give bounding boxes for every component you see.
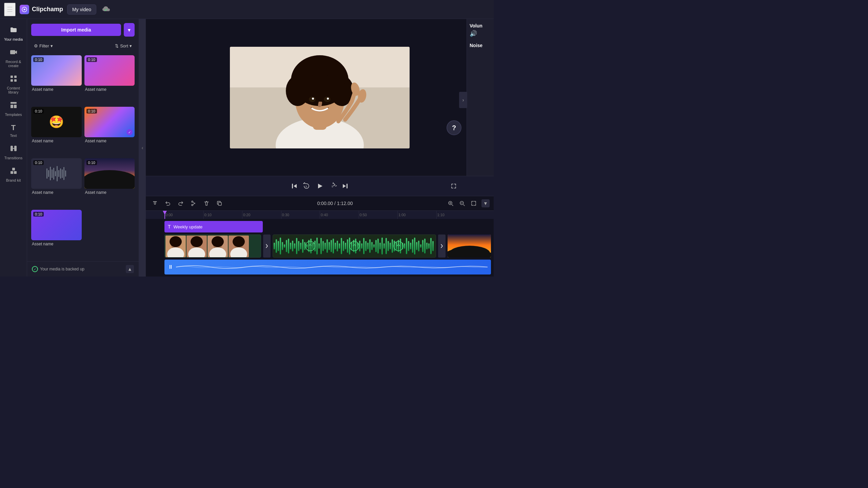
backed-up-chevron[interactable]: ▲: [126, 265, 134, 273]
svg-rect-33: [292, 184, 293, 188]
svg-rect-61: [280, 238, 281, 255]
skip-to-start-button[interactable]: [288, 180, 300, 192]
svg-rect-85: [329, 242, 330, 250]
sidebar-label-your-media: Your media: [4, 37, 23, 41]
media-thumb-2: 0:10: [84, 55, 135, 86]
svg-rect-13: [12, 168, 15, 170]
sidebar-item-text[interactable]: T Text: [2, 121, 25, 140]
fit-to-window-button[interactable]: [469, 198, 479, 208]
timeline-playhead[interactable]: [164, 211, 165, 219]
audio-track-clip[interactable]: ⏸: [164, 260, 491, 274]
video-clip-person[interactable]: [164, 235, 261, 258]
filter-label: Filter: [39, 43, 49, 48]
text-track-icon: T: [168, 224, 171, 229]
magnet-snap-button[interactable]: [150, 198, 160, 208]
video-thumb-2: [186, 236, 207, 257]
sidebar-label-record-create: Record &create: [6, 60, 21, 68]
media-item-2[interactable]: 0:10 Asset name: [84, 55, 135, 104]
video-title-tab[interactable]: My video: [67, 4, 96, 15]
brand-kit-icon: [9, 167, 18, 177]
skip-to-end-button[interactable]: [339, 180, 351, 192]
ruler-mark-5: 0:50: [359, 211, 398, 219]
svg-rect-111: [381, 238, 383, 255]
text-icon: T: [11, 123, 16, 132]
text-track-row: T Weekly update: [164, 221, 491, 232]
svg-rect-8: [14, 105, 17, 108]
svg-rect-132: [424, 239, 426, 253]
media-item-4[interactable]: 0:10 ✓ Asset name: [84, 107, 135, 156]
svg-rect-109: [377, 239, 379, 253]
sidebar-item-templates[interactable]: Templates: [2, 98, 25, 119]
sidebar-item-transitions[interactable]: Transitions: [2, 142, 25, 163]
waveform-preview: [46, 165, 66, 182]
timeline-ruler: 0:00 0:10 0:20 0:30 0:40 0:50 1:00 1:10: [146, 211, 494, 219]
svg-rect-124: [408, 241, 409, 251]
video-track-row: [164, 235, 491, 258]
filter-icon: ⚙: [34, 43, 38, 48]
segment-expand-icon-2[interactable]: [438, 235, 446, 258]
filter-button[interactable]: ⚙ Filter ▾: [31, 42, 56, 50]
sidebar-item-record-create[interactable]: Record &create: [2, 45, 25, 70]
timeline-collapse-button[interactable]: ▼: [481, 199, 490, 207]
total-time: 1:12.00: [337, 201, 353, 206]
media-item-6[interactable]: 0:10 Asset name: [84, 158, 135, 207]
sidebar-item-your-media[interactable]: Your media: [2, 23, 25, 44]
sort-button[interactable]: ⇅ Sort ▾: [112, 42, 135, 50]
forward-5s-button[interactable]: 5: [327, 180, 339, 192]
svg-point-56: [233, 236, 245, 247]
video-thumb-3: [208, 236, 228, 257]
play-button[interactable]: [313, 179, 327, 193]
svg-rect-10: [14, 146, 17, 151]
expand-right-button[interactable]: ›: [459, 92, 467, 108]
svg-rect-89: [337, 241, 338, 251]
backed-up-left: ✓ Your media is backed up: [32, 266, 84, 272]
svg-rect-114: [388, 241, 389, 251]
media-thumb-3: 🤩 0:10: [31, 107, 82, 137]
segment-expand-icon-1[interactable]: [263, 235, 271, 258]
svg-rect-7: [11, 105, 13, 108]
panel-collapse-arrow[interactable]: ‹: [139, 19, 146, 277]
cut-button[interactable]: [189, 198, 199, 208]
right-panel-partial: Volun 🔊 Noise: [467, 19, 494, 176]
undo-button[interactable]: [163, 198, 173, 208]
cloud-sync-icon[interactable]: [102, 4, 110, 14]
media-item-7[interactable]: 0:10 Asset name: [31, 210, 82, 259]
fullscreen-button[interactable]: [448, 180, 460, 192]
rewind-5s-button[interactable]: 5: [300, 180, 313, 192]
svg-rect-69: [296, 238, 297, 254]
sidebar-item-content-library[interactable]: Contentlibrary: [2, 72, 25, 97]
svg-rect-77: [312, 243, 314, 249]
media-thumb-7: 0:10: [31, 210, 82, 240]
sidebar-item-brand-kit[interactable]: Brand kit: [2, 164, 25, 185]
volume-icon[interactable]: 🔊: [470, 30, 491, 37]
audio-waveform-clip[interactable]: [273, 235, 436, 258]
svg-rect-118: [396, 242, 397, 250]
svg-rect-120: [400, 239, 401, 253]
hamburger-menu[interactable]: ☰: [4, 3, 16, 16]
zoom-out-button[interactable]: [457, 198, 467, 208]
video-thumb-1: [165, 236, 186, 257]
help-button[interactable]: ?: [447, 120, 461, 135]
audio-track-row: ⏸: [164, 260, 491, 274]
media-check-4: ✓: [126, 129, 133, 135]
copy-clip-button[interactable]: [214, 198, 224, 208]
media-item-5[interactable]: 0:10 Asset name: [31, 158, 82, 207]
sort-icon: ⇅: [115, 43, 119, 48]
svg-rect-5: [14, 79, 17, 82]
import-media-button[interactable]: Import media: [31, 24, 121, 36]
media-item-3[interactable]: 🤩 0:10 Asset name: [31, 107, 82, 156]
svg-rect-67: [292, 241, 293, 251]
import-dropdown-button[interactable]: ▾: [124, 23, 135, 37]
svg-point-44: [170, 236, 182, 247]
delete-button[interactable]: [201, 198, 212, 208]
time-separator: /: [334, 201, 337, 206]
templates-icon: [9, 101, 18, 111]
media-panel-header: Import media ▾: [27, 19, 139, 41]
zoom-in-button[interactable]: [446, 198, 456, 208]
text-track-clip[interactable]: T Weekly update: [164, 221, 263, 232]
sunset-video-clip[interactable]: [448, 235, 491, 258]
redo-button[interactable]: [176, 198, 186, 208]
media-item-1[interactable]: 0:10 Asset name: [31, 55, 82, 104]
media-name-1: Asset name: [31, 87, 82, 92]
svg-rect-84: [327, 239, 328, 253]
